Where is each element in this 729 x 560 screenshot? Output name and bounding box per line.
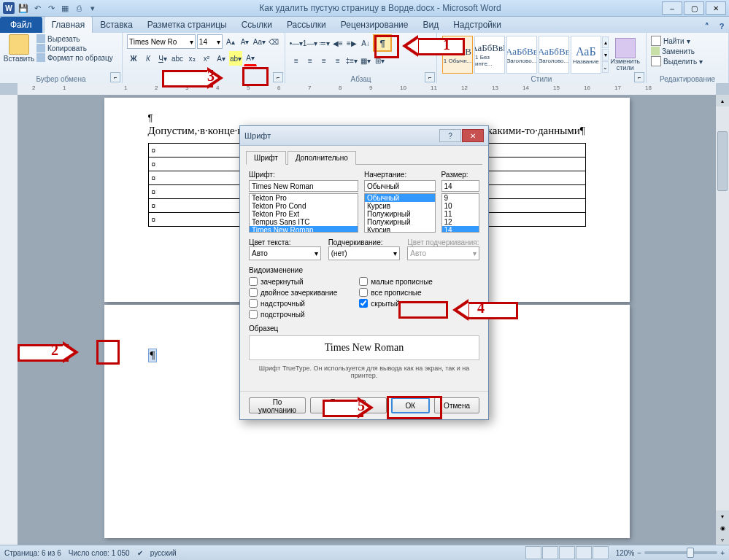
draft-view[interactable] bbox=[593, 546, 609, 559]
change-styles-button[interactable]: Изменить стили bbox=[610, 36, 640, 74]
font-color-button[interactable]: A▾ bbox=[244, 50, 257, 66]
justify-button[interactable]: ≡ bbox=[331, 53, 344, 68]
spellcheck-icon[interactable]: ✔ bbox=[137, 549, 143, 557]
dialog-tab-font[interactable]: Шрифт bbox=[246, 151, 286, 165]
font-style-input[interactable] bbox=[364, 180, 436, 192]
dialog-close-icon[interactable]: ✕ bbox=[462, 129, 484, 142]
print-layout-view[interactable] bbox=[525, 546, 541, 559]
superscript-checkbox[interactable]: надстрочный bbox=[249, 299, 337, 308]
line-spacing-button[interactable]: ‡≡▾ bbox=[345, 53, 358, 68]
dialog-help-icon[interactable]: ? bbox=[439, 129, 461, 142]
font-name-combo[interactable]: Times New Ro▾ bbox=[127, 34, 196, 49]
sort-button[interactable]: A↓ bbox=[359, 36, 372, 50]
page-status[interactable]: Страница: 6 из 6 bbox=[4, 549, 61, 557]
next-page-icon[interactable]: ▿ bbox=[716, 534, 729, 545]
tab-home[interactable]: Главная bbox=[44, 16, 93, 33]
scroll-thumb[interactable] bbox=[717, 131, 728, 191]
highlight-button[interactable]: ab▾ bbox=[229, 51, 242, 66]
hidden-checkbox[interactable]: скрытый bbox=[359, 299, 433, 308]
language-status[interactable]: русский bbox=[150, 549, 177, 557]
scroll-up-icon[interactable]: ▴ bbox=[716, 95, 729, 106]
tab-page-layout[interactable]: Разметка страницы bbox=[140, 17, 234, 33]
cancel-button[interactable]: Отмена bbox=[434, 397, 479, 413]
font-color-combo[interactable]: Авто▾ bbox=[249, 246, 321, 260]
scroll-down-icon[interactable]: ▾ bbox=[716, 510, 729, 522]
font-size-input[interactable] bbox=[441, 180, 480, 192]
tab-review[interactable]: Рецензирование bbox=[333, 17, 416, 33]
help-icon[interactable]: ? bbox=[714, 20, 729, 33]
tab-addins[interactable]: Надстройки bbox=[446, 17, 509, 33]
dialog-titlebar[interactable]: Шрифт ? ✕ bbox=[240, 126, 488, 146]
format-painter-button[interactable]: Формат по образцу bbox=[36, 53, 113, 62]
align-center-button[interactable]: ≡ bbox=[304, 53, 317, 68]
paste-button[interactable]: Вставить bbox=[4, 34, 34, 63]
cut-button[interactable]: Вырезать bbox=[36, 34, 113, 43]
grow-font-button[interactable]: A▴ bbox=[224, 34, 237, 49]
style-nospacing[interactable]: АаБбВвГ1 Без инте... bbox=[474, 36, 505, 74]
zoom-slider[interactable] bbox=[644, 551, 717, 554]
show-hide-marks-button[interactable]: ¶ bbox=[373, 34, 392, 52]
clear-format-button[interactable]: ⌫ bbox=[267, 34, 280, 49]
align-left-button[interactable]: ≡ bbox=[290, 53, 303, 68]
tab-file[interactable]: Файл bbox=[0, 17, 42, 33]
bold-button[interactable]: Ж bbox=[127, 51, 140, 66]
text-effects-button[interactable]: Текстовые эффекты... bbox=[310, 397, 386, 413]
qat-new-icon[interactable]: ▦ bbox=[59, 2, 71, 14]
styles-dialog-launcher[interactable]: ⌐ bbox=[634, 72, 644, 82]
select-button[interactable]: Выделить ▾ bbox=[651, 56, 724, 66]
size-list[interactable]: 9 10 11 12 14 bbox=[441, 193, 480, 233]
shading-button[interactable]: ▦▾ bbox=[359, 53, 372, 68]
superscript-button[interactable]: x² bbox=[200, 51, 213, 66]
double-strike-checkbox[interactable]: двойное зачеркивание bbox=[249, 288, 337, 297]
subscript-button[interactable]: x₂ bbox=[185, 51, 198, 66]
tab-references[interactable]: Ссылки bbox=[234, 17, 279, 33]
qat-more-icon[interactable]: ▾ bbox=[87, 2, 99, 14]
style-heading2[interactable]: АаБбВвЗаголово... bbox=[539, 36, 569, 74]
underline-button[interactable]: Ч▾ bbox=[156, 51, 169, 66]
paragraph-dialog-launcher[interactable]: ⌐ bbox=[425, 72, 435, 82]
align-right-button[interactable]: ≡ bbox=[317, 53, 331, 68]
decrease-indent-button[interactable]: ◀≡ bbox=[331, 36, 344, 50]
word-count[interactable]: Число слов: 1 050 bbox=[69, 549, 130, 557]
ribbon-minimize-icon[interactable]: ˄ bbox=[700, 20, 714, 33]
subscript-checkbox[interactable]: подстрочный bbox=[249, 310, 337, 319]
horizontal-ruler[interactable]: 21123456789101112131415161718 bbox=[18, 83, 716, 96]
qat-save-icon[interactable]: 💾 bbox=[18, 2, 29, 14]
style-normal[interactable]: АаБбВ1 Обычн... bbox=[442, 36, 473, 74]
clipboard-dialog-launcher[interactable]: ⌐ bbox=[110, 72, 120, 82]
tab-mailings[interactable]: Рассылки bbox=[279, 17, 333, 33]
outline-view[interactable] bbox=[576, 546, 592, 559]
multilevel-button[interactable]: ≔▾ bbox=[317, 36, 331, 50]
fullscreen-view[interactable] bbox=[542, 546, 558, 559]
zoom-in-button[interactable]: + bbox=[720, 549, 725, 557]
smallcaps-checkbox[interactable]: малые прописные bbox=[359, 277, 433, 286]
ok-button[interactable]: ОК bbox=[391, 397, 431, 413]
allcaps-checkbox[interactable]: все прописные bbox=[359, 288, 433, 297]
zoom-level[interactable]: 120% bbox=[616, 549, 635, 557]
qat-undo-icon[interactable]: ↶ bbox=[31, 2, 43, 14]
style-heading1[interactable]: АаБбВвЗаголово... bbox=[506, 36, 537, 74]
qat-print-icon[interactable]: ⎙ bbox=[73, 2, 85, 14]
tab-insert[interactable]: Вставка bbox=[93, 17, 140, 33]
increase-indent-button[interactable]: ≡▶ bbox=[345, 36, 358, 50]
font-list[interactable]: Tekton Pro Tekton Pro Cond Tekton Pro Ex… bbox=[249, 193, 358, 233]
qat-redo-icon[interactable]: ↷ bbox=[45, 2, 57, 14]
copy-button[interactable]: Копировать bbox=[36, 44, 113, 52]
prev-page-icon[interactable]: ◉ bbox=[716, 522, 729, 534]
numbering-button[interactable]: 1―▾ bbox=[304, 36, 317, 50]
style-list[interactable]: Обычный Курсив Полужирный Полужирный Кур… bbox=[364, 193, 436, 233]
font-size-combo[interactable]: 14▾ bbox=[197, 34, 223, 49]
bullets-button[interactable]: •―▾ bbox=[290, 36, 303, 50]
text-effects-button[interactable]: A▾ bbox=[215, 51, 228, 66]
styles-scroll[interactable]: ▴▾⌄ bbox=[602, 36, 609, 74]
replace-button[interactable]: Заменить bbox=[651, 47, 724, 55]
find-button[interactable]: Найти ▾ bbox=[651, 36, 724, 46]
web-layout-view[interactable] bbox=[559, 546, 575, 559]
shrink-font-button[interactable]: A▾ bbox=[239, 34, 252, 49]
font-name-input[interactable] bbox=[249, 180, 358, 192]
change-case-button[interactable]: Aa▾ bbox=[252, 34, 266, 49]
style-title[interactable]: АаБНазвание bbox=[571, 36, 601, 74]
strike-button[interactable]: abc bbox=[171, 51, 184, 66]
vertical-ruler[interactable] bbox=[0, 95, 18, 545]
selected-paragraph-mark[interactable]: ¶ bbox=[148, 349, 158, 362]
